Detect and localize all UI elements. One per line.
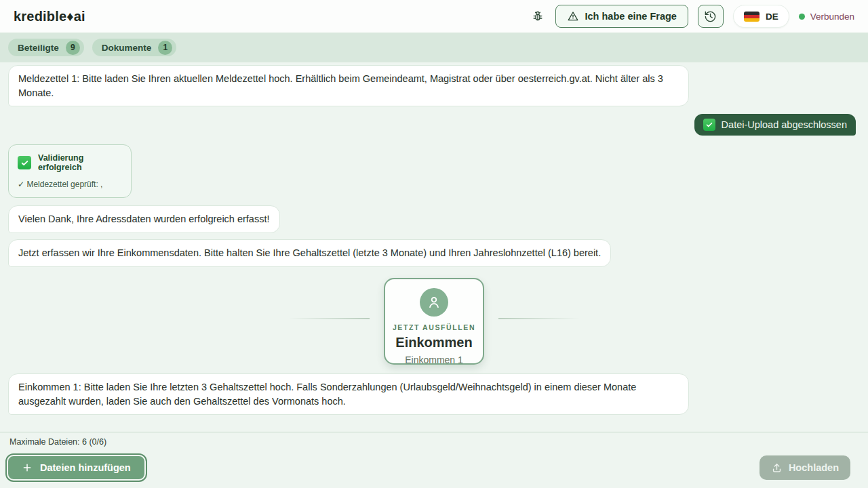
max-files-label: Maximale Dateien: 6 (0/6) — [9, 437, 106, 447]
bot-message: Meldezettel 1: Bitte laden Sie Ihren akt… — [8, 65, 689, 106]
question-button[interactable]: Ich habe eine Frage — [555, 5, 688, 28]
status-dot-icon — [799, 14, 805, 20]
step-card-einkommen[interactable]: JETZT AUSFÜLLEN Einkommen Einkommen 1 — [384, 278, 484, 365]
upload-button-label: Hochladen — [789, 462, 839, 473]
footer-divider — [0, 432, 868, 432]
tab-dokumente[interactable]: Dokumente 1 — [92, 39, 177, 56]
tab-beteiligte-label: Beteiligte — [18, 43, 59, 53]
step-card-title: Einkommen — [385, 335, 483, 350]
language-selector[interactable]: DE — [733, 5, 789, 28]
bot-message: Einkommen 1: Bitte laden Sie Ihre letzte… — [8, 373, 689, 415]
validation-detail: ✓ Meldezettel geprüft: , — [18, 180, 122, 189]
tab-beteiligte[interactable]: Beteiligte 9 — [8, 39, 84, 56]
history-button[interactable] — [698, 5, 724, 28]
clock-history-icon — [704, 10, 717, 23]
german-flag-icon — [744, 12, 760, 22]
check-icon — [18, 156, 31, 169]
upload-complete-badge: Datei-Upload abgeschlossen — [694, 114, 856, 136]
person-icon — [420, 288, 448, 317]
tab-beteiligte-count-badge: 9 — [66, 41, 80, 55]
bot-message: Vielen Dank, Ihre Adressdaten wurden erf… — [8, 205, 280, 233]
step-card-eyebrow: JETZT AUSFÜLLEN — [385, 323, 483, 331]
bot-message: Jetzt erfassen wir Ihre Einkommensdaten.… — [8, 239, 611, 267]
tab-bar: Beteiligte 9 Dokumente 1 — [0, 33, 868, 62]
connection-status: Verbunden — [799, 12, 854, 22]
plus-icon — [22, 462, 33, 473]
upload-icon — [771, 462, 783, 474]
tab-dokumente-label: Dokumente — [102, 43, 152, 53]
validation-title: Validierung erfolgreich — [38, 153, 122, 172]
validation-result-card: Validierung erfolgreich ✓ Meldezettel ge… — [8, 144, 132, 198]
language-code: DE — [766, 12, 778, 22]
header-actions: Ich habe eine Frage DE Verbunden — [530, 5, 854, 28]
upload-complete-badge-label: Datei-Upload abgeschlossen — [722, 119, 847, 130]
connector-line-left — [288, 318, 370, 319]
app-logo: kredible♦ai — [14, 9, 85, 24]
add-files-button-label: Dateien hinzufügen — [40, 462, 131, 473]
debug-bug-icon[interactable] — [530, 8, 546, 24]
warning-triangle-icon — [567, 10, 579, 22]
add-files-button[interactable]: Dateien hinzufügen — [7, 455, 146, 481]
check-icon — [703, 119, 715, 131]
header: kredible♦ai Ic — [0, 0, 868, 33]
step-card-subtitle: Einkommen 1 — [385, 354, 483, 365]
question-button-label: Ich habe eine Frage — [585, 11, 677, 22]
connector-line-right — [498, 318, 580, 319]
upload-button[interactable]: Hochladen — [760, 455, 850, 480]
connection-status-label: Verbunden — [810, 12, 854, 22]
app-window: kredible♦ai Ic — [0, 0, 868, 488]
tab-dokumente-count-badge: 1 — [158, 41, 172, 55]
